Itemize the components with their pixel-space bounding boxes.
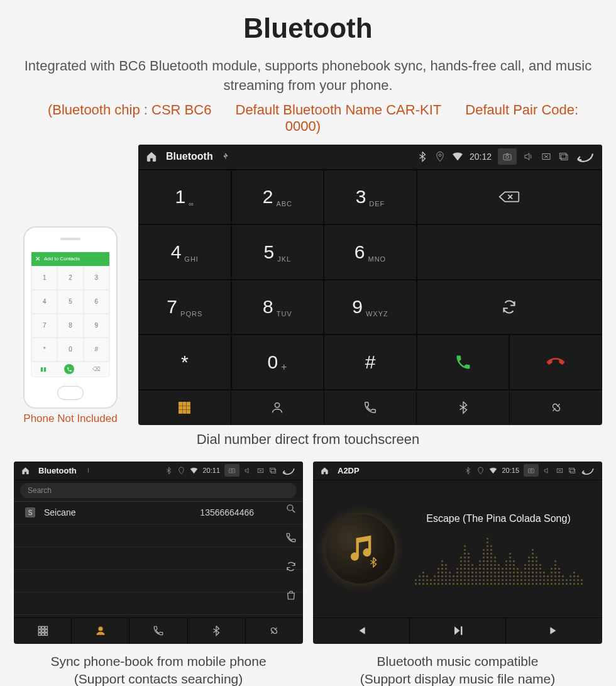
close-icon[interactable] xyxy=(556,467,564,475)
svg-point-2 xyxy=(506,155,509,158)
key-2[interactable]: 2ABC xyxy=(231,170,324,225)
play-pause-button[interactable] xyxy=(410,618,507,644)
svg-rect-26 xyxy=(41,630,44,633)
svg-rect-35 xyxy=(570,469,575,473)
wifi-icon xyxy=(452,151,463,162)
page-description: Integrated with BC6 Bluetooth module, su… xyxy=(14,57,602,96)
close-icon[interactable] xyxy=(541,151,552,162)
key-3[interactable]: 3DEF xyxy=(324,170,417,225)
hangup-button[interactable] xyxy=(509,335,602,390)
player-controls xyxy=(313,617,602,644)
key-5[interactable]: 5JKL xyxy=(231,224,324,280)
svg-rect-10 xyxy=(184,406,187,409)
svg-rect-20 xyxy=(270,468,275,472)
search-input[interactable]: Search xyxy=(20,483,297,498)
key-1[interactable]: 1∞ xyxy=(138,170,231,225)
statusbar: A2DP 20:15 xyxy=(313,462,602,480)
tab-bluetooth[interactable] xyxy=(417,390,510,425)
album-art xyxy=(326,514,395,584)
tab-contacts[interactable] xyxy=(231,390,324,425)
svg-rect-29 xyxy=(41,633,44,636)
call-button[interactable] xyxy=(417,335,510,390)
contact-initial: S xyxy=(25,507,35,517)
sync-icon[interactable] xyxy=(285,561,297,572)
home-icon[interactable] xyxy=(321,467,329,475)
key-7[interactable]: 7PQRS xyxy=(138,280,231,335)
screenshot-button[interactable] xyxy=(524,464,539,477)
key-0[interactable]: 0+ xyxy=(231,335,324,390)
clock: 20:15 xyxy=(502,467,519,474)
back-icon[interactable] xyxy=(282,467,295,475)
volume-icon[interactable] xyxy=(543,467,551,475)
svg-rect-11 xyxy=(187,406,190,409)
statusbar: Bluetooth 20:12 xyxy=(138,145,602,170)
svg-rect-27 xyxy=(45,630,47,633)
clock: 20:11 xyxy=(202,467,220,474)
svg-rect-28 xyxy=(38,633,41,636)
wifi-icon xyxy=(190,467,198,475)
previous-button[interactable] xyxy=(313,618,410,644)
svg-rect-8 xyxy=(187,402,190,406)
tab-dialpad[interactable] xyxy=(14,618,72,644)
svg-rect-30 xyxy=(45,633,47,636)
close-icon[interactable] xyxy=(256,467,265,475)
backspace-button[interactable] xyxy=(417,170,602,225)
tab-call-log[interactable] xyxy=(324,390,417,425)
app-title: A2DP xyxy=(338,466,360,475)
location-icon xyxy=(434,151,446,162)
phone-mockup: ✕ Add to Contacts 123456789*0# ▮▮ ⌫ xyxy=(23,226,118,409)
clock: 20:12 xyxy=(470,152,492,162)
tab-contacts[interactable] xyxy=(72,618,129,644)
back-icon[interactable] xyxy=(581,467,595,475)
recent-apps-icon[interactable] xyxy=(568,467,576,475)
svg-rect-13 xyxy=(184,411,187,414)
key-star[interactable]: * xyxy=(138,335,231,390)
tab-pairing[interactable] xyxy=(510,390,602,425)
contact-phone: 13566664466 xyxy=(200,507,254,517)
svg-rect-9 xyxy=(179,406,182,409)
key-9[interactable]: 9WXYZ xyxy=(324,280,417,335)
usb-icon xyxy=(85,468,91,473)
call-icon[interactable] xyxy=(285,532,297,543)
statusbar: Bluetooth 20:11 xyxy=(14,462,303,480)
back-icon[interactable] xyxy=(576,151,595,162)
key-4[interactable]: 4GHI xyxy=(138,224,231,280)
spec-name: Default Bluetooth Name CAR-KIT xyxy=(236,102,442,118)
svg-point-21 xyxy=(287,505,293,511)
svg-rect-14 xyxy=(187,411,190,414)
bluetooth-icon xyxy=(464,467,472,475)
page-title: Bluetooth xyxy=(14,13,602,44)
next-button[interactable] xyxy=(506,618,602,644)
recent-apps-icon[interactable] xyxy=(558,151,569,162)
svg-rect-23 xyxy=(41,626,44,629)
tab-pairing[interactable] xyxy=(246,618,303,644)
delete-icon[interactable] xyxy=(285,590,297,601)
dialer-caption: Dial number direct from touchscreen xyxy=(14,431,602,448)
recent-apps-icon[interactable] xyxy=(269,467,277,475)
key-6[interactable]: 6MNO xyxy=(324,224,417,280)
phonebook-device: Bluetooth 20:11 Searc xyxy=(14,462,303,644)
screenshot-button[interactable] xyxy=(498,148,517,165)
key-hash[interactable]: # xyxy=(324,335,417,390)
screenshot-button[interactable] xyxy=(224,464,239,477)
home-icon[interactable] xyxy=(21,467,30,475)
spec-chip: (Bluetooth chip : CSR BC6 xyxy=(48,102,211,118)
svg-rect-1 xyxy=(503,155,511,160)
redial-button[interactable] xyxy=(417,280,602,335)
song-title: Escape (The Pina Colada Song) xyxy=(407,513,590,524)
tab-dialpad[interactable] xyxy=(138,390,231,425)
volume-icon[interactable] xyxy=(244,467,252,475)
contact-row[interactable]: S Seicane 13566664466 xyxy=(14,502,303,524)
wifi-icon xyxy=(489,467,497,475)
volume-icon[interactable] xyxy=(523,151,534,162)
svg-rect-25 xyxy=(38,630,41,633)
home-icon[interactable] xyxy=(146,151,157,162)
key-8[interactable]: 8TUV xyxy=(231,280,324,335)
svg-rect-22 xyxy=(38,626,41,629)
search-icon[interactable] xyxy=(285,503,297,514)
audio-visualizer xyxy=(407,534,590,585)
svg-point-31 xyxy=(99,627,102,631)
tab-bluetooth[interactable] xyxy=(188,618,246,644)
music-caption: Bluetooth music compatible (Support disp… xyxy=(313,653,602,686)
tab-call-log[interactable] xyxy=(129,618,187,644)
